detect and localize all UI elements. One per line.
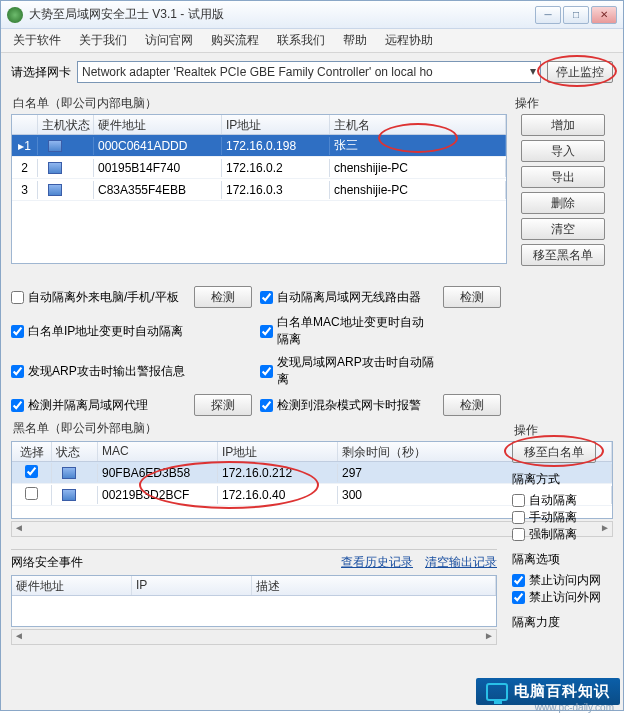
col-ip[interactable]: IP	[132, 576, 252, 595]
menubar: 关于软件 关于我们 访问官网 购买流程 联系我们 帮助 远程协助	[1, 29, 623, 53]
opt-detect-proxy[interactable]: 检测并隔离局域网代理	[11, 397, 186, 414]
app-icon	[7, 7, 23, 23]
opt-whitelist-mac-change[interactable]: 白名单MAC地址变更时自动隔离	[260, 314, 435, 348]
minimize-button[interactable]: ─	[535, 6, 561, 24]
pc-icon	[48, 162, 62, 174]
pc-icon	[48, 184, 62, 196]
row-checkbox[interactable]	[25, 487, 38, 500]
maximize-button[interactable]: □	[563, 6, 589, 24]
opt-whitelist-ip-change[interactable]: 白名单IP地址变更时自动隔离	[11, 323, 186, 340]
col-ip[interactable]: IP地址	[222, 115, 330, 134]
menu-remote-assist[interactable]: 远程协助	[385, 32, 433, 49]
col-status[interactable]: 状态	[52, 442, 98, 461]
view-history-link[interactable]: 查看历史记录	[341, 554, 413, 571]
pc-icon	[48, 140, 62, 152]
detect-button-3[interactable]: 检测	[443, 394, 501, 416]
watermark-logo: 电脑百科知识	[476, 678, 620, 705]
opt-force-isolate[interactable]: 强制隔离	[512, 526, 612, 543]
move-to-whitelist-button[interactable]: 移至白名单	[512, 441, 596, 463]
opt-auto-isolate-router[interactable]: 自动隔离局域网无线路由器	[260, 289, 435, 306]
col-mac[interactable]: 硬件地址	[94, 115, 222, 134]
row-checkbox[interactable]	[25, 465, 38, 478]
pc-icon	[62, 489, 76, 501]
opt-auto-isolate-external[interactable]: 自动隔离外来电脑/手机/平板	[11, 289, 186, 306]
table-row[interactable]: ▸1 000C0641ADDD 172.16.0.198 张三	[12, 135, 506, 157]
watermark-url: www.pc-daily.com	[535, 702, 614, 713]
detect-button-2[interactable]: 检测	[443, 286, 501, 308]
opt-auto-isolate[interactable]: 自动隔离	[512, 492, 612, 509]
export-button[interactable]: 导出	[521, 166, 605, 188]
import-button[interactable]: 导入	[521, 140, 605, 162]
window-title: 大势至局域网安全卫士 V3.1 - 试用版	[29, 6, 535, 23]
opt-arp-alert[interactable]: 发现ARP攻击时输出警报信息	[11, 363, 186, 380]
ops-label: 操作	[515, 95, 613, 112]
col-hostname[interactable]: 主机名	[330, 115, 506, 134]
whitelist-caption: 白名单（即公司内部电脑）	[13, 95, 507, 112]
probe-button[interactable]: 探测	[194, 394, 252, 416]
menu-purchase[interactable]: 购买流程	[211, 32, 259, 49]
scrollbar-horizontal[interactable]	[11, 629, 497, 645]
clear-button[interactable]: 清空	[521, 218, 605, 240]
move-to-blacklist-button[interactable]: 移至黑名单	[521, 244, 605, 266]
col-mac[interactable]: 硬件地址	[12, 576, 132, 595]
clear-output-link[interactable]: 清空输出记录	[425, 554, 497, 571]
menu-about-software[interactable]: 关于软件	[13, 32, 61, 49]
delete-button[interactable]: 删除	[521, 192, 605, 214]
isolation-options-title: 隔离选项	[512, 551, 612, 568]
opt-promiscuous-alert[interactable]: 检测到混杂模式网卡时报警	[260, 397, 435, 414]
events-table[interactable]: 硬件地址 IP 描述	[11, 575, 497, 627]
table-row[interactable]: 2 00195B14F740 172.16.0.2 chenshijie-PC	[12, 157, 506, 179]
opt-block-internet[interactable]: 禁止访问外网	[512, 589, 612, 606]
col-mac[interactable]: MAC	[98, 442, 218, 461]
menu-about-us[interactable]: 关于我们	[79, 32, 127, 49]
opt-manual-isolate[interactable]: 手动隔离	[512, 509, 612, 526]
isolation-power-title: 隔离力度	[512, 614, 612, 631]
menu-website[interactable]: 访问官网	[145, 32, 193, 49]
opt-arp-isolate[interactable]: 发现局域网ARP攻击时自动隔离	[260, 354, 435, 388]
menu-contact[interactable]: 联系我们	[277, 32, 325, 49]
titlebar: 大势至局域网安全卫士 V3.1 - 试用版 ─ □ ✕	[1, 1, 623, 29]
monitor-icon	[486, 683, 508, 701]
nic-label: 请选择网卡	[11, 64, 71, 81]
nic-select[interactable]: Network adapter 'Realtek PCIe GBE Family…	[77, 61, 541, 83]
col-ip[interactable]: IP地址	[218, 442, 338, 461]
col-host-status[interactable]: 主机状态	[38, 115, 94, 134]
events-title: 网络安全事件	[11, 554, 83, 571]
blacklist-ops-label: 操作	[514, 422, 612, 439]
menu-help[interactable]: 帮助	[343, 32, 367, 49]
col-select[interactable]: 选择	[12, 442, 52, 461]
isolation-mode-title: 隔离方式	[512, 471, 612, 488]
opt-block-intranet[interactable]: 禁止访问内网	[512, 572, 612, 589]
add-button[interactable]: 增加	[521, 114, 605, 136]
close-button[interactable]: ✕	[591, 6, 617, 24]
stop-monitor-button[interactable]: 停止监控	[547, 61, 613, 83]
col-desc[interactable]: 描述	[252, 576, 496, 595]
detect-button-1[interactable]: 检测	[194, 286, 252, 308]
pc-icon	[62, 467, 76, 479]
whitelist-table[interactable]: 主机状态 硬件地址 IP地址 主机名 ▸1 000C0641ADDD 172.1…	[11, 114, 507, 264]
table-row[interactable]: 3 C83A355F4EBB 172.16.0.3 chenshijie-PC	[12, 179, 506, 201]
